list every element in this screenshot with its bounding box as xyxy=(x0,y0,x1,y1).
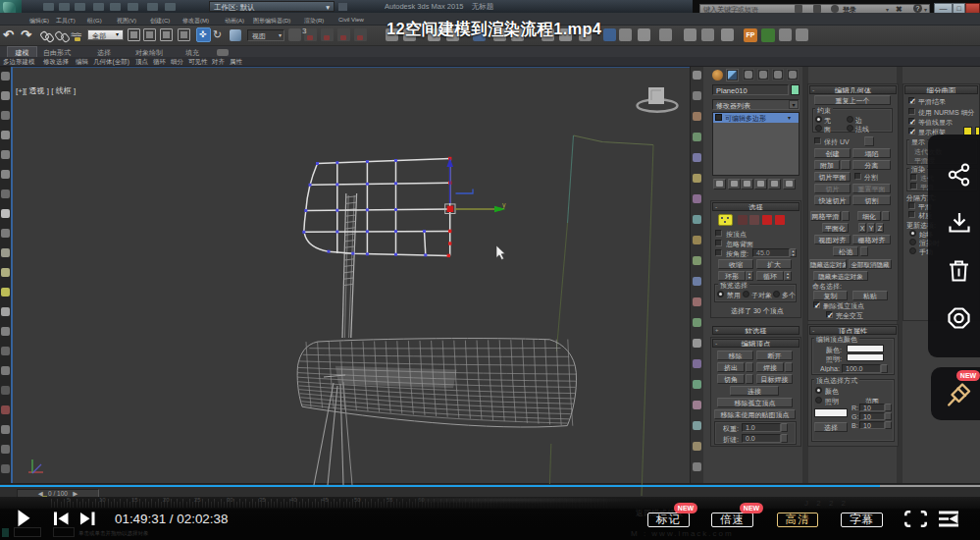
svg-text:y: y xyxy=(502,201,506,209)
